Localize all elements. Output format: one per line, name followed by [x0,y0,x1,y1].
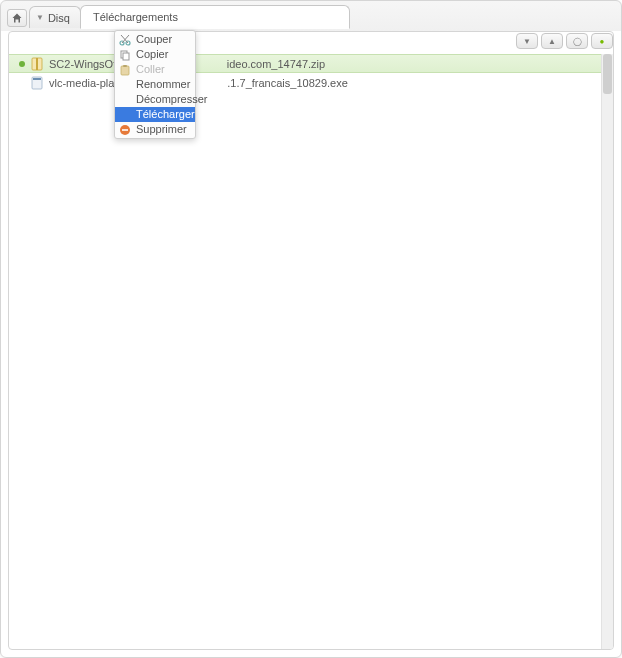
menu-item-copy[interactable]: Copier [115,47,195,62]
arrow-up-icon: ▲ [548,37,556,46]
file-name-right: .1.7_francais_10829.exe [227,77,347,89]
file-list[interactable]: SC2-WingsOfLiber ideo.com_14747.zip vlc-… [9,54,601,649]
tab-bar: ▼ Disq Téléchargements [1,1,621,31]
menu-label: Télécharger [136,109,195,120]
menu-item-paste: Coller [115,62,195,77]
status-dot-icon [19,80,25,86]
svg-rect-7 [123,53,129,60]
svg-rect-8 [121,66,129,75]
menu-label: Couper [136,34,172,45]
home-icon [11,12,23,24]
tab-disk-label: Disq [48,12,70,24]
arrow-down-icon: ▼ [523,37,531,46]
blank-icon [119,109,131,121]
app-window: ▼ Disq Téléchargements ▼ ▲ ◯ ● SC2-Wings… [0,0,622,658]
status-icon: ● [600,37,605,46]
toolbar-button-2[interactable]: ▲ [541,33,563,49]
file-name-right: ideo.com_14747.zip [227,58,325,70]
cut-icon [119,34,131,46]
scrollbar-thumb[interactable] [603,54,612,94]
file-row[interactable]: SC2-WingsOfLiber ideo.com_14747.zip [9,54,601,73]
copy-icon [119,49,131,61]
menu-label: Coller [136,64,165,75]
tab-disk[interactable]: ▼ Disq [29,6,81,28]
menu-item-delete[interactable]: Supprimer [115,122,195,137]
menu-label: Supprimer [136,124,187,135]
svg-rect-11 [122,129,128,131]
toolbar-button-1[interactable]: ▼ [516,33,538,49]
exe-file-icon [31,76,43,90]
home-button[interactable] [7,9,27,27]
toolbar-right: ▼ ▲ ◯ ● [516,33,613,49]
file-panel: SC2-WingsOfLiber ideo.com_14747.zip vlc-… [8,31,614,650]
menu-label: Décompresser [136,94,208,105]
menu-item-cut[interactable]: Couper [115,32,195,47]
zip-file-icon [31,57,43,71]
status-dot-icon [19,61,25,67]
tab-downloads[interactable]: Téléchargements [80,5,350,29]
menu-label: Renommer [136,79,190,90]
blank-icon [119,94,131,106]
svg-rect-1 [36,58,38,70]
menu-label: Copier [136,49,168,60]
menu-item-download[interactable]: Télécharger [115,107,195,122]
file-row[interactable]: vlc-media-player_v .1.7_francais_10829.e… [9,73,601,92]
blank-icon [119,79,131,91]
svg-rect-3 [33,78,41,80]
toolbar-button-4[interactable]: ● [591,33,613,49]
context-menu: Couper Copier Coller Renommer Décompress… [114,30,196,139]
menu-item-rename[interactable]: Renommer [115,77,195,92]
tab-downloads-label: Téléchargements [93,11,178,23]
scrollbar[interactable] [601,54,613,649]
toolbar-button-3[interactable]: ◯ [566,33,588,49]
paste-icon [119,64,131,76]
menu-item-decompress[interactable]: Décompresser [115,92,195,107]
svg-rect-9 [123,65,127,67]
delete-icon [119,124,131,136]
dropdown-icon: ▼ [36,13,44,22]
refresh-icon: ◯ [573,37,582,46]
